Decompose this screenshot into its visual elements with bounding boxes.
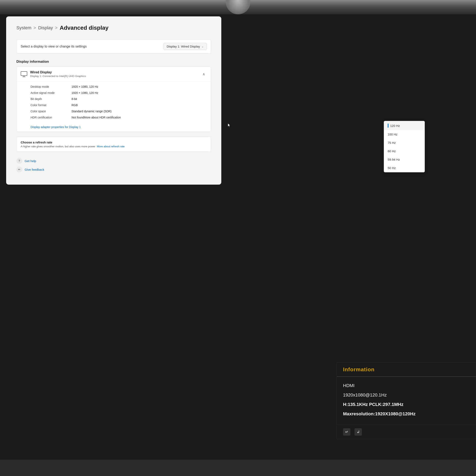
give-feedback-label[interactable]: Give feedback [25, 168, 44, 171]
info-value-active-signal: 1920 × 1080, 120 Hz [71, 91, 98, 94]
refresh-rate-dropdown: 120 Hz 100 Hz 75 Hz 60 Hz 59.94 Hz 50 Hz [384, 121, 425, 172]
display-sub: Display 1: Connected to Intel(R) UHD Gra… [30, 75, 86, 78]
info-row-color-format: Color format RGB [31, 102, 207, 108]
select-display-label: Select a display to view or change its s… [21, 45, 87, 48]
help-icon: ? [17, 158, 22, 164]
info-row-active-signal: Active signal mode 1920 × 1080, 120 Hz [31, 90, 207, 96]
osd-title: Information [343, 366, 374, 373]
display-information-title: Display information [17, 60, 211, 64]
refresh-option-75hz[interactable]: 75 Hz [384, 138, 425, 147]
help-section: ? Get help ✏ Give feedback [17, 158, 211, 172]
monitor-osd: Information HDMI 1920x1080@120.1Hz H:135… [337, 362, 476, 439]
refresh-rate-description: A higher rate gives smoother motion, but… [21, 145, 125, 148]
refresh-option-100hz[interactable]: 100 Hz [384, 130, 425, 138]
info-label-color-format: Color format [31, 103, 71, 107]
osd-row-maxres: Maxresolution:1920X1080@120Hz [343, 411, 470, 417]
breadcrumb-sep-2: > [55, 25, 58, 31]
display-name: Wired Display [30, 70, 86, 74]
breadcrumb: System > Display > Advanced display [17, 25, 211, 31]
osd-btn-enter[interactable]: ↵ [343, 428, 350, 436]
get-help-label[interactable]: Get help [25, 159, 36, 163]
chevron-down-icon: ⌄ [202, 45, 204, 48]
refresh-option-5994hz[interactable]: 59.94 Hz [384, 155, 425, 164]
hdr-link[interactable]: More about HDR certification [84, 116, 121, 119]
collapse-button[interactable]: ∧ [201, 71, 207, 77]
info-row-hdr: HDR certification Not found More about H… [31, 114, 207, 120]
info-value-bit-depth: 8-bit [71, 97, 77, 101]
osd-row-connection: HDMI [343, 383, 470, 388]
info-row-desktop-mode: Desktop mode 1920 × 1080, 120 Hz [31, 84, 207, 90]
info-value-color-format: RGB [71, 103, 78, 107]
osd-body: HDMI 1920x1080@120.1Hz H:135.1KHz PCLK:2… [337, 377, 476, 425]
osd-btn-back[interactable]: ↲ [355, 428, 362, 436]
info-label-color-space: Color space [31, 110, 71, 113]
info-label-hdr: HDR certification [31, 116, 71, 119]
give-feedback-item[interactable]: ✏ Give feedback [17, 167, 211, 172]
svg-rect-0 [21, 71, 27, 76]
refresh-option-120hz[interactable]: 120 Hz [384, 121, 425, 130]
taskbar [0, 459, 476, 476]
osd-footer: ↵ ↲ [337, 425, 476, 439]
display-info-header-left: Wired Display Display 1: Connected to In… [21, 70, 86, 78]
refresh-rate-title: Choose a refresh rate [21, 141, 125, 144]
osd-enter-icon: ↵ [343, 428, 350, 436]
breadcrumb-advanced-display: Advanced display [60, 25, 108, 31]
info-label-desktop-mode: Desktop mode [31, 85, 71, 88]
select-display-row: Select a display to view or change its s… [17, 39, 211, 53]
refresh-text: Choose a refresh rate A higher rate give… [21, 141, 125, 148]
info-table: Desktop mode 1920 × 1080, 120 Hz Active … [17, 82, 211, 124]
display-info-card: Wired Display Display 1: Connected to In… [17, 67, 211, 132]
display-dropdown-value: Display 1: Wired Display [167, 45, 200, 48]
info-value-desktop-mode: 1920 × 1080, 120 Hz [71, 85, 98, 88]
info-label-active-signal: Active signal mode [31, 91, 71, 94]
refresh-rate-section: Choose a refresh rate A higher rate give… [17, 137, 211, 152]
get-help-item[interactable]: ? Get help [17, 158, 211, 164]
osd-header: Information [337, 363, 476, 377]
selected-indicator [388, 124, 389, 128]
top-decorative-area [0, 0, 476, 14]
info-row-color-space: Color space Standard dynamic range (SDR) [31, 108, 207, 114]
refresh-option-60hz[interactable]: 60 Hz [384, 147, 425, 155]
adapter-properties-link[interactable]: Display adapter properties for Display 1 [31, 125, 81, 129]
osd-row-resolution: 1920x1080@120.1Hz [343, 392, 470, 398]
osd-back-icon: ↲ [355, 428, 362, 436]
breadcrumb-sep-1: > [34, 25, 36, 31]
info-value-color-space: Standard dynamic range (SDR) [71, 110, 111, 113]
osd-row-hz-pclk: H:135.1KHz PCLK:297.1MHz [343, 402, 470, 407]
cable-decoration [226, 0, 250, 14]
display-selector-dropdown[interactable]: Display 1: Wired Display ⌄ [164, 43, 207, 50]
display-info-header: Wired Display Display 1: Connected to In… [17, 67, 211, 82]
cursor [227, 123, 232, 128]
monitor-icon [21, 71, 27, 77]
breadcrumb-display[interactable]: Display [38, 25, 53, 31]
info-row-bit-depth: Bit depth 8-bit [31, 96, 207, 102]
refresh-rate-more-link[interactable]: More about refresh rate [97, 145, 125, 148]
info-label-bit-depth: Bit depth [31, 97, 71, 101]
settings-panel: System > Display > Advanced display Sele… [6, 17, 221, 185]
adapter-link-container: Display adapter properties for Display 1 [17, 124, 211, 132]
breadcrumb-system[interactable]: System [17, 25, 31, 31]
refresh-option-50hz[interactable]: 50 Hz [384, 164, 425, 172]
info-value-hdr: Not found [71, 116, 84, 119]
feedback-icon: ✏ [17, 167, 22, 172]
